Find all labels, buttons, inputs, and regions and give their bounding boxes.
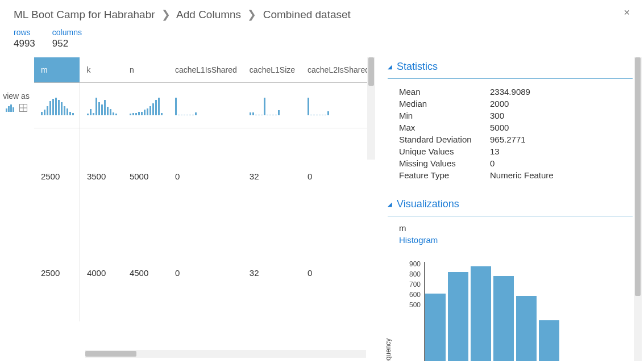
- visualizations-section-header[interactable]: ◢ Visualizations: [388, 195, 633, 216]
- stat-row: Mean2334.9089: [399, 86, 633, 98]
- stat-key: Mean: [399, 87, 490, 97]
- table-row[interactable]: 2500 4000 4500 0 32 0: [34, 225, 375, 321]
- cell: 0: [301, 128, 375, 225]
- cell: 2500: [34, 128, 80, 225]
- breadcrumb-root[interactable]: ML Boot Camp for Habrahabr: [14, 9, 155, 20]
- stat-value: 300: [490, 111, 504, 120]
- vertical-scrollbar[interactable]: [367, 57, 375, 160]
- chart-tick: 600: [409, 291, 421, 299]
- cell: 0: [168, 128, 243, 225]
- chevron-right-icon: ❯: [161, 9, 171, 20]
- table-view-icon[interactable]: [19, 104, 27, 114]
- cell: 5000: [123, 128, 168, 225]
- stat-value: 2334.9089: [490, 87, 530, 97]
- stat-row: Standard Deviation965.2771: [399, 133, 633, 145]
- chart-bar: [425, 294, 446, 361]
- stat-row: Median2000: [399, 98, 633, 110]
- cell: 0: [301, 225, 375, 321]
- chart-tick: 900: [409, 260, 421, 268]
- chart-bar: [448, 272, 468, 361]
- chart-tick: 800: [409, 270, 421, 278]
- svg-rect-1: [8, 106, 10, 112]
- column-header-n[interactable]: n: [123, 57, 168, 83]
- stat-row: Max5000: [399, 122, 633, 133]
- statistics-table: Mean2334.9089Median2000Min300Max5000Stan…: [399, 86, 633, 181]
- stat-value: 0: [490, 158, 495, 168]
- data-grid-panel: view as m k n cacheL1IsShared c: [0, 57, 375, 361]
- sparkline-cacheL1Size: [250, 96, 295, 115]
- cell: 32: [243, 225, 301, 321]
- stat-value: 5000: [490, 123, 509, 132]
- collapse-icon: ◢: [388, 64, 392, 70]
- chart-tick: 500: [409, 301, 421, 309]
- chart-bar: [516, 296, 537, 361]
- column-header-k[interactable]: k: [80, 57, 123, 83]
- chart-y-label: equency: [384, 338, 392, 361]
- vertical-scrollbar[interactable]: [634, 57, 642, 361]
- viz-type-link[interactable]: Histogram: [399, 235, 633, 245]
- column-header-cacheL1IsShared[interactable]: cacheL1IsShared: [168, 57, 243, 83]
- stat-key: Median: [399, 99, 490, 108]
- sparkline-row: [34, 83, 375, 128]
- cell: 2500: [34, 225, 80, 321]
- stat-row: Feature TypeNumeric Feature: [399, 169, 633, 181]
- view-as-label: view as: [0, 91, 30, 101]
- column-header-cacheL2IsShared[interactable]: cacheL2IsShared: [301, 57, 375, 83]
- sparkline-k: [87, 96, 117, 115]
- statistics-section-header[interactable]: ◢ Statistics: [388, 57, 633, 79]
- stat-row: Min300: [399, 110, 633, 122]
- stat-key: Max: [399, 123, 490, 132]
- svg-rect-2: [10, 104, 12, 112]
- sparkline-cacheL1IsShared: [175, 96, 237, 115]
- cell: 4500: [123, 225, 168, 321]
- svg-rect-3: [13, 107, 14, 112]
- stat-row: Missing Values0: [399, 157, 633, 169]
- chart-bar: [471, 266, 491, 361]
- data-table: m k n cacheL1IsShared cacheL1Size cacheL…: [34, 57, 375, 321]
- stat-key: Feature Type: [399, 170, 490, 180]
- sparkline-n: [130, 96, 163, 115]
- sparkline-m: [41, 96, 74, 115]
- table-row[interactable]: 2500 3500 5000 0 32 0: [34, 128, 375, 225]
- cell: 3500: [80, 128, 123, 225]
- stat-key: Unique Values: [399, 147, 490, 156]
- svg-rect-0: [6, 108, 7, 112]
- stat-value: 13: [490, 147, 500, 156]
- cell: 32: [243, 128, 301, 225]
- statistics-title: Statistics: [397, 61, 438, 73]
- breadcrumb-current: Combined dataset: [263, 9, 351, 20]
- cell: 4000: [80, 225, 123, 321]
- stat-key: Min: [399, 111, 490, 120]
- visualizations-title: Visualizations: [397, 198, 459, 210]
- collapse-icon: ◢: [388, 201, 392, 207]
- cell: 0: [168, 225, 243, 321]
- viz-column-name: m: [399, 223, 633, 233]
- chevron-right-icon: ❯: [247, 9, 256, 20]
- column-header-cacheL1Size[interactable]: cacheL1Size: [243, 57, 301, 83]
- histogram-chart: equency 500600700800900: [399, 262, 633, 361]
- columns-label: columns: [52, 28, 82, 37]
- stat-value: 965.2771: [490, 135, 526, 144]
- columns-value: 952: [52, 38, 82, 49]
- stat-key: Missing Values: [399, 158, 490, 168]
- rows-label: rows: [14, 28, 35, 37]
- table-header-row: m k n cacheL1IsShared cacheL1Size cacheL…: [34, 57, 375, 83]
- rows-value: 4993: [14, 38, 35, 49]
- breadcrumb: ML Boot Camp for Habrahabr ❯ Add Columns…: [0, 0, 644, 26]
- column-header-m[interactable]: m: [34, 57, 80, 83]
- breadcrumb-step[interactable]: Add Columns: [176, 9, 241, 20]
- close-icon[interactable]: ✕: [624, 8, 630, 17]
- stat-value: 2000: [490, 99, 509, 108]
- inspector-panel: ◢ Statistics Mean2334.9089Median2000Min3…: [375, 57, 644, 361]
- horizontal-scrollbar[interactable]: [85, 350, 366, 358]
- stat-key: Standard Deviation: [399, 135, 490, 144]
- chart-bar: [539, 320, 559, 361]
- chart-tick: 700: [409, 281, 421, 288]
- stat-row: Unique Values13: [399, 145, 633, 157]
- histogram-view-icon[interactable]: [6, 104, 16, 114]
- stat-value: Numeric Feature: [490, 170, 554, 180]
- dataset-counts: rows 4993 columns 952: [0, 26, 644, 57]
- sparkline-cacheL2IsShared: [308, 96, 369, 115]
- chart-bar: [493, 276, 514, 361]
